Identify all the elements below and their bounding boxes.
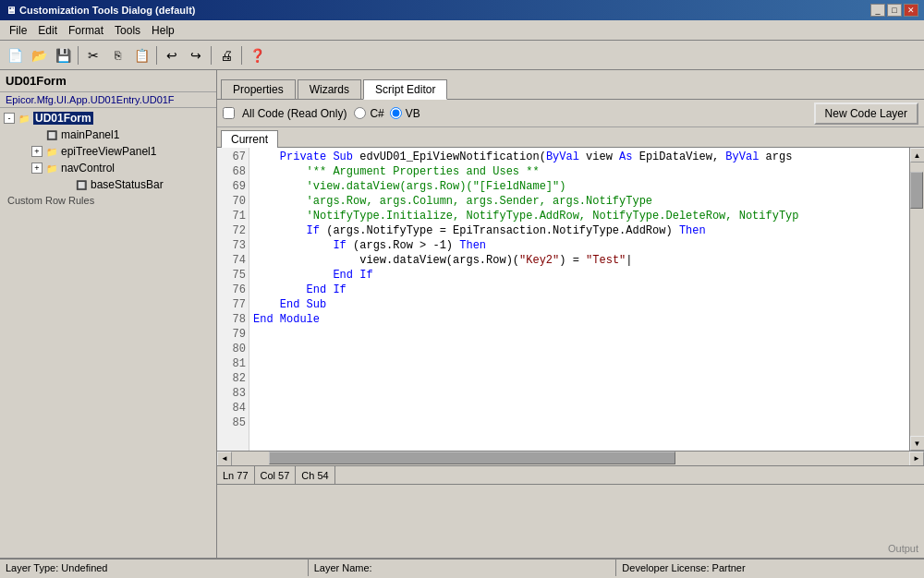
toolbar-undo[interactable]: ↩ [161, 44, 183, 66]
leaf-icon-2 [61, 177, 72, 192]
menu-format[interactable]: Format [63, 22, 109, 39]
toolbar-open[interactable]: 📂 [28, 44, 50, 66]
toolbar-cut[interactable]: ✂ [82, 44, 104, 66]
expand-icon-2[interactable]: + [31, 146, 43, 157]
tree-label-epitreeview: epiTreeViewPanel1 [61, 145, 156, 158]
current-tab[interactable]: Current [221, 130, 278, 148]
title-text: Customization Tools Dialog (default) [19, 5, 195, 16]
form-title: UD01Form [0, 70, 216, 92]
scroll-down-button[interactable]: ▼ [910, 436, 925, 451]
folder-icon-2: 📁 [44, 144, 59, 159]
left-panel: UD01Form Epicor.Mfg.UI.App.UD01Entry.UD0… [0, 70, 217, 558]
radio-vb[interactable] [390, 107, 402, 119]
h-scroll-thumb[interactable] [269, 452, 675, 464]
tab-wizards[interactable]: Wizards [298, 79, 361, 99]
toolbar-separator-2 [156, 46, 157, 65]
scroll-right-button[interactable]: ► [909, 452, 924, 466]
all-code-label: All Code (Read Only) [242, 107, 346, 120]
code-area[interactable]: 67686970717273747576777879808182838485 P… [217, 148, 924, 451]
toolbar-separator-4 [241, 46, 242, 65]
radio-group: C# VB [354, 107, 419, 120]
line-numbers: 67686970717273747576777879808182838485 [217, 148, 249, 451]
toolbar-print[interactable]: 🖨 [215, 44, 237, 66]
menu-file[interactable]: File [4, 22, 32, 39]
toolbar: 📄 📂 💾 ✂ ⎘ 📋 ↩ ↪ 🖨 ❓ [0, 41, 924, 70]
tab-bar: Properties Wizards Script Editor [217, 70, 924, 100]
scroll-thumb[interactable] [910, 172, 923, 209]
tree-node-epitreeview[interactable]: + 📁 epiTreeViewPanel1 [17, 143, 214, 160]
tree-node-navcontrol[interactable]: + 📁 navControl [17, 160, 214, 176]
all-code-checkbox[interactable] [223, 107, 235, 119]
layer-type-status: Layer Type: Undefined [0, 560, 309, 576]
expand-icon-3[interactable]: + [31, 163, 43, 174]
toolbar-redo[interactable]: ↪ [185, 44, 207, 66]
tab-properties[interactable]: Properties [221, 79, 296, 99]
tree-area[interactable]: - 📁 UD01Form 🔲 mainPanel1 + 📁 epiTreeVie… [0, 108, 216, 558]
code-content[interactable]: Private Sub edvUD01_EpiViewNotification(… [249, 148, 909, 451]
right-panel: Properties Wizards Script Editor All Cod… [217, 70, 924, 558]
title-bar: 🖥 Customization Tools Dialog (default) _… [0, 0, 924, 20]
vertical-scrollbar[interactable]: ▲ ▼ [909, 148, 924, 451]
toolbar-help[interactable]: ❓ [246, 44, 268, 66]
menu-bar: File Edit Format Tools Help [0, 20, 924, 41]
app-icon: 🖥 [6, 5, 16, 16]
h-scroll-track[interactable] [232, 452, 909, 465]
scroll-up-button[interactable]: ▲ [910, 148, 925, 163]
col-status: Col 57 [255, 466, 297, 484]
custom-row-rules-label: Custom Row Rules [7, 195, 94, 206]
folder-icon: 📁 [17, 111, 31, 126]
node-icon-2: 🔲 [74, 177, 89, 192]
script-toolbar: All Code (Read Only) C# VB New Code Laye… [217, 100, 924, 127]
toolbar-save[interactable]: 💾 [52, 44, 74, 66]
radio-cs[interactable] [354, 107, 366, 119]
folder-icon-3: 📁 [44, 161, 59, 175]
toolbar-copy[interactable]: ⎘ [106, 44, 128, 66]
code-status-bar: Ln 77 Col 57 Ch 54 [217, 465, 924, 484]
tree-label-navcontrol: navControl [61, 162, 115, 175]
tree-node-mainpanel1[interactable]: 🔲 mainPanel1 [17, 126, 214, 143]
tree-label-basestatusbar: baseStatusBar [91, 178, 164, 191]
menu-edit[interactable]: Edit [32, 22, 63, 39]
expand-icon[interactable]: - [4, 113, 15, 124]
horizontal-scrollbar[interactable]: ◄ ► [217, 451, 924, 465]
toolbar-paste[interactable]: 📋 [130, 44, 152, 66]
tree-label-mainpanel1: mainPanel1 [61, 128, 119, 141]
menu-help[interactable]: Help [146, 22, 180, 39]
form-subtitle: Epicor.Mfg.UI.App.UD01Entry.UD01F [0, 92, 216, 108]
tree-label-ud01form: UD01Form [33, 112, 93, 125]
radio-cs-label[interactable]: C# [354, 107, 383, 120]
close-button[interactable]: ✕ [904, 4, 918, 17]
output-label: Output [888, 543, 918, 554]
tab-script-editor[interactable]: Script Editor [363, 79, 447, 100]
toolbar-separator-1 [78, 46, 79, 65]
radio-vb-label[interactable]: VB [390, 107, 420, 120]
bottom-status-bar: Layer Type: Undefined Layer Name: Develo… [0, 558, 924, 576]
node-icon: 🔲 [44, 127, 59, 142]
new-code-layer-button[interactable]: New Code Layer [814, 102, 918, 125]
ch-status: Ch 54 [296, 466, 334, 484]
toolbar-new[interactable]: 📄 [4, 44, 26, 66]
tree-node-basestatusbar[interactable]: 🔲 baseStatusBar [31, 176, 214, 193]
tree-node-ud01form[interactable]: - 📁 UD01Form [2, 110, 214, 126]
custom-row-rules[interactable]: Custom Row Rules [2, 193, 214, 208]
developer-license-status: Developer License: Partner [616, 560, 924, 576]
main-container: UD01Form Epicor.Mfg.UI.App.UD01Entry.UD0… [0, 70, 924, 558]
line-status: Ln 77 [217, 466, 255, 484]
current-tab-bar: Current [217, 127, 924, 148]
menu-tools[interactable]: Tools [109, 22, 146, 39]
output-panel: Output [217, 484, 924, 558]
leaf-icon [31, 127, 43, 142]
scroll-track[interactable] [910, 163, 924, 436]
scroll-left-button[interactable]: ◄ [217, 452, 232, 466]
minimize-button[interactable]: _ [870, 4, 885, 17]
toolbar-separator-3 [211, 46, 212, 65]
layer-name-status: Layer Name: [309, 560, 617, 576]
maximize-button[interactable]: □ [887, 4, 902, 17]
